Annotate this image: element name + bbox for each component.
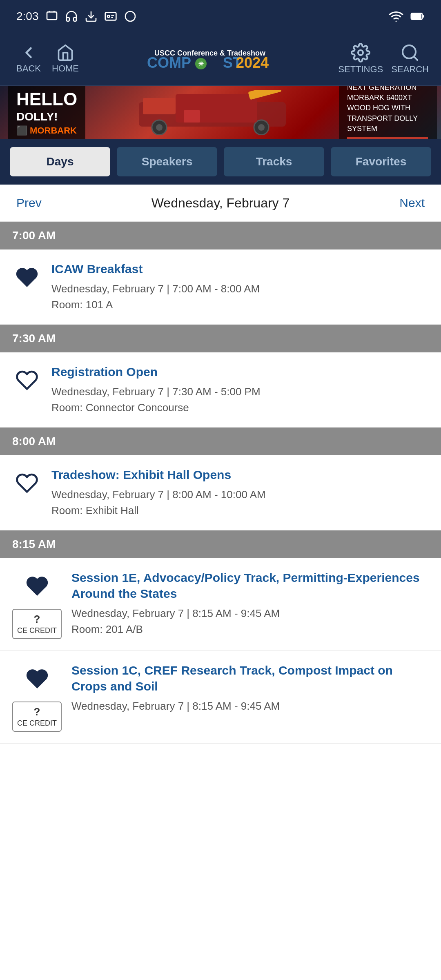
headphone-icon xyxy=(65,10,78,23)
download-icon xyxy=(85,10,98,23)
event-content-session-1c: Session 1C, CREF Research Track, Compost… xyxy=(71,662,429,714)
svg-rect-17 xyxy=(143,98,176,114)
svg-line-15 xyxy=(414,56,417,60)
event-title-registration[interactable]: Registration Open xyxy=(51,364,429,380)
event-datetime-registration: Wednesday, February 7 | 7:30 AM - 5:00 P… xyxy=(51,384,429,400)
event-tradeshow: Tradeshow: Exhibit Hall Opens Wednesday,… xyxy=(0,455,441,530)
favorite-button-icaw-breakfast[interactable] xyxy=(12,263,42,292)
search-label: SEARCH xyxy=(391,64,429,75)
event-title-session-1c[interactable]: Session 1C, CREF Research Track, Compost… xyxy=(71,662,429,694)
status-time: 2:03 xyxy=(16,10,39,23)
banner-intro-text: INTRODUCING THE NEXT GENERATIONMORBARK 6… xyxy=(347,86,429,134)
time-header-800: 8:00 AM xyxy=(0,428,441,455)
event-datetime-tradeshow: Wednesday, February 7 | 8:00 AM - 10:00 … xyxy=(51,487,429,503)
event-title-session-1e[interactable]: Session 1E, Advocacy/Policy Track, Permi… xyxy=(71,570,429,601)
event-registration-open: Registration Open Wednesday, February 7 … xyxy=(0,352,441,428)
app-logo: USCC Conference & Tradeshow COMP ☀ ST 20… xyxy=(145,42,275,75)
favorite-button-tradeshow[interactable] xyxy=(12,468,42,498)
battery-icon xyxy=(410,9,425,24)
learn-more-button[interactable]: LEARN MORE NOW xyxy=(347,137,428,139)
svg-rect-6 xyxy=(412,14,421,19)
status-time-area: 2:03 xyxy=(16,10,137,23)
tab-speakers[interactable]: Speakers xyxy=(117,147,217,176)
circle-icon xyxy=(124,10,137,23)
svg-rect-23 xyxy=(184,110,200,122)
event-title-tradeshow[interactable]: Tradeshow: Exhibit Hall Opens xyxy=(51,467,429,483)
status-icons-area xyxy=(389,9,425,24)
back-button[interactable]: BACK xyxy=(12,44,45,74)
event-icaw-breakfast: ICAW Breakfast Wednesday, February 7 | 7… xyxy=(0,249,441,325)
settings-label: SETTINGS xyxy=(338,64,383,75)
svg-text:☀: ☀ xyxy=(198,60,204,67)
home-label: HOME xyxy=(52,63,79,74)
event-content-registration: Registration Open Wednesday, February 7 … xyxy=(51,364,429,416)
prev-day-button[interactable]: Prev xyxy=(0,185,74,221)
advertisement-banner[interactable]: HELLO DOLLY! ⬛ MORBARK INTRODUCING THE N… xyxy=(0,86,441,139)
event-session-1c: ? CE CREDIT Session 1C, CREF Research Tr… xyxy=(0,651,441,744)
tab-tracks[interactable]: Tracks xyxy=(224,147,324,176)
tab-favorites[interactable]: Favorites xyxy=(331,147,431,176)
header-right-actions: SETTINGS SEARCH xyxy=(338,43,429,75)
event-datetime-icaw-breakfast: Wednesday, February 7 | 7:00 AM - 8:00 A… xyxy=(51,281,429,297)
event-session-1e: ? CE CREDIT Session 1E, Advocacy/Policy … xyxy=(0,558,441,651)
event-room-icaw-breakfast: Room: 101 A xyxy=(51,297,429,313)
svg-rect-24 xyxy=(248,90,281,100)
svg-point-21 xyxy=(258,124,265,131)
svg-point-13 xyxy=(358,50,363,55)
back-label: BACK xyxy=(16,63,41,74)
tab-bar: Days Speakers Tracks Favorites xyxy=(0,139,441,185)
svg-rect-2 xyxy=(105,13,116,20)
banner-product-info: INTRODUCING THE NEXT GENERATIONMORBARK 6… xyxy=(339,86,437,139)
event-room-session-1e: Room: 201 A/B xyxy=(71,621,429,637)
event-content-icaw-breakfast: ICAW Breakfast Wednesday, February 7 | 7… xyxy=(51,261,429,313)
event-room-tradeshow: Room: Exhibit Hall xyxy=(51,503,429,519)
ce-credit-badge-1c: ? CE CREDIT xyxy=(12,702,62,732)
event-datetime-session-1e: Wednesday, February 7 | 8:15 AM - 9:45 A… xyxy=(71,606,429,621)
header-left-nav: BACK HOME xyxy=(12,44,82,74)
time-header-700: 7:00 AM xyxy=(0,222,441,249)
status-bar: 2:03 xyxy=(0,0,441,33)
event-room-registration: Room: Connector Concourse xyxy=(51,400,429,416)
favorite-button-session-1c[interactable] xyxy=(22,664,52,693)
event-content-session-1e: Session 1E, Advocacy/Policy Track, Permi… xyxy=(71,570,429,637)
notification-icon xyxy=(45,10,58,23)
svg-point-3 xyxy=(107,15,109,17)
svg-rect-0 xyxy=(47,12,57,20)
time-header-815: 8:15 AM xyxy=(0,530,441,558)
svg-point-4 xyxy=(125,11,135,21)
favorite-button-registration[interactable] xyxy=(12,365,42,395)
ce-credit-badge-1e: ? CE CREDIT xyxy=(12,609,62,639)
current-day-label: Wednesday, February 7 xyxy=(74,196,368,211)
tab-days[interactable]: Days xyxy=(10,147,110,176)
event-title-icaw-breakfast[interactable]: ICAW Breakfast xyxy=(51,261,429,277)
settings-button[interactable]: SETTINGS xyxy=(338,43,383,75)
day-navigation: Prev Wednesday, February 7 Next xyxy=(0,185,441,222)
banner-image xyxy=(85,90,339,135)
banner-hello-text: HELLO DOLLY! ⬛ MORBARK xyxy=(8,86,85,139)
home-button[interactable]: HOME xyxy=(49,44,82,74)
svg-text:2024: 2024 xyxy=(236,54,269,71)
search-button[interactable]: SEARCH xyxy=(391,43,429,75)
svg-point-19 xyxy=(156,124,163,131)
event-datetime-session-1c: Wednesday, February 7 | 8:15 AM - 9:45 A… xyxy=(71,698,429,714)
header: BACK HOME USCC Conference & Tradeshow CO… xyxy=(0,33,441,86)
event-content-tradeshow: Tradeshow: Exhibit Hall Opens Wednesday,… xyxy=(51,467,429,519)
favorite-button-session-1e[interactable] xyxy=(22,571,52,601)
next-day-button[interactable]: Next xyxy=(368,185,441,221)
wifi-icon xyxy=(389,9,403,24)
time-header-730: 7:30 AM xyxy=(0,325,441,352)
svg-text:COMP: COMP xyxy=(147,54,191,71)
id-card-icon xyxy=(104,10,117,23)
